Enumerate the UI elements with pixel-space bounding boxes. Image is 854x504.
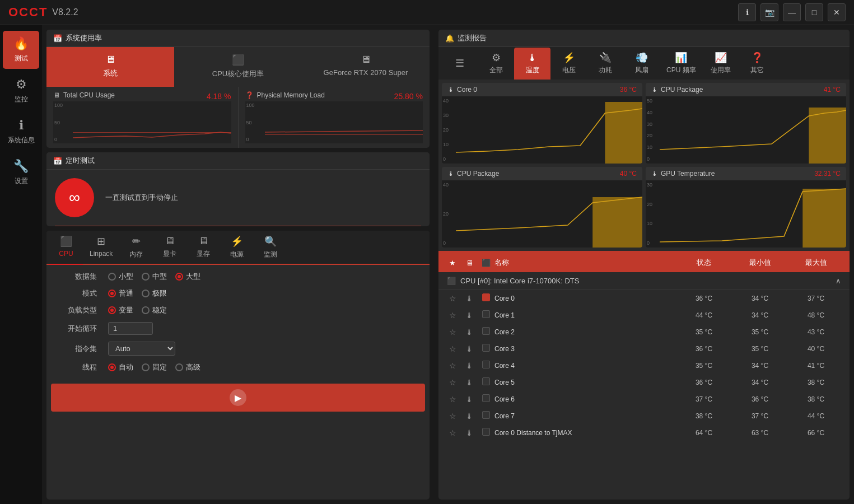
dataset-medium[interactable]: 中型: [142, 272, 167, 282]
tab-cpu[interactable]: ⬛ CPU: [49, 231, 83, 265]
monitor-icon-small: 🖥: [53, 91, 60, 99]
cell-star-8[interactable]: ☆: [444, 428, 461, 437]
load-type-label: 负载类型: [58, 305, 97, 315]
mode-row: 模式 普通 极限: [58, 288, 418, 298]
tab-all[interactable]: ⚙ 全部: [478, 47, 514, 80]
tab-gpu-render[interactable]: 🖥 显卡: [153, 231, 186, 264]
tab-gpu-mem[interactable]: 🖥 显存: [186, 231, 220, 264]
memory-value: 25.80 %: [394, 92, 423, 101]
group-header-label: CPU [#0]: Intel Core i7-10700K: DTS: [460, 277, 579, 285]
monitor-report-title: 监测报告: [458, 33, 487, 43]
tab-memory[interactable]: ✏ 内存: [119, 231, 153, 264]
cell-status-4: 35 °C: [676, 362, 732, 370]
cell-star-5[interactable]: ☆: [444, 378, 461, 387]
dataset-large-label: 大型: [186, 272, 200, 282]
close-button[interactable]: ✕: [828, 3, 846, 21]
table-row: ☆ 🌡 Core 0 36 °C 34 °C 37 °C: [438, 290, 850, 307]
load-variable[interactable]: 变量: [108, 305, 133, 315]
load-stable[interactable]: 稳定: [142, 305, 167, 315]
instruction-set-select[interactable]: Auto: [108, 342, 175, 356]
infinity-button[interactable]: ∞: [55, 178, 94, 217]
tab-temp[interactable]: 🌡 温度: [514, 48, 550, 80]
cell-max-0: 37 °C: [788, 295, 844, 302]
cell-star-3[interactable]: ☆: [444, 344, 461, 353]
threads-advanced-label: 高级: [186, 362, 200, 372]
cell-check-6[interactable]: [478, 394, 494, 404]
threads-fixed[interactable]: 固定: [142, 362, 167, 372]
table-row: ☆ 🌡 Core 1 44 °C 34 °C 48 °C: [438, 307, 850, 324]
dataset-large[interactable]: 大型: [175, 272, 200, 282]
nav-item-sysinfo[interactable]: ℹ 系统信息: [3, 113, 39, 151]
info-button[interactable]: ℹ: [738, 3, 756, 21]
dataset-small[interactable]: 小型: [108, 272, 133, 282]
play-bar[interactable]: ▶: [51, 384, 425, 412]
tab-system[interactable]: 🖥 系统: [46, 47, 174, 87]
gpu-icon: 🖥: [361, 54, 371, 66]
collapse-icon[interactable]: ∧: [836, 277, 841, 285]
monitor-report-header: 🔔 监测报告: [438, 30, 850, 47]
threads-advanced[interactable]: 高级: [175, 362, 200, 372]
chart-core0-header: 🌡 Core 0 36 °C: [442, 83, 642, 96]
cell-check-4[interactable]: [478, 361, 494, 370]
start-loop-label: 开始循环: [58, 324, 97, 334]
tab-cpu-cores[interactable]: ⬛ CPU核心使用率: [174, 47, 302, 87]
nav-item-settings[interactable]: 🔧 设置: [3, 153, 39, 192]
cell-name-1: Core 1: [494, 311, 676, 319]
tab-linpack[interactable]: ⊞ Linpack: [83, 231, 119, 264]
nav-item-test[interactable]: 🔥 测试: [3, 31, 39, 69]
chart-gpu-temp-area: 3020100: [646, 180, 846, 248]
camera-button[interactable]: 📷: [760, 3, 778, 21]
cell-min-6: 36 °C: [732, 395, 788, 403]
timer-description: 一直测试直到手动停止: [105, 193, 178, 203]
tab-gpu-label: GeForce RTX 2070 Super: [324, 68, 408, 77]
table-row: ☆ 🌡 Core 6 37 °C 36 °C 38 °C: [438, 391, 850, 408]
tab-other[interactable]: ❓ 其它: [739, 47, 776, 80]
threads-fixed-label: 固定: [152, 362, 167, 372]
cell-monitor-0: 🌡: [461, 294, 478, 303]
memory-chart: 100500: [245, 101, 423, 143]
timer-icon: 📅: [53, 157, 62, 165]
play-button[interactable]: ▶: [230, 389, 246, 406]
svg-rect-1: [809, 108, 846, 164]
cell-check-7[interactable]: [478, 411, 494, 421]
cell-name-2: Core 2: [494, 328, 676, 336]
tab-voltage[interactable]: ⚡ 电压: [550, 47, 587, 80]
cell-star-0[interactable]: ☆: [444, 294, 461, 303]
mode-normal[interactable]: 普通: [108, 288, 133, 298]
tab-power[interactable]: 🔌 功耗: [587, 47, 623, 80]
tab-monitor-test[interactable]: 🔍 监测: [254, 231, 287, 264]
cell-max-7: 44 °C: [788, 412, 844, 420]
tab-cpu-label: CPU: [59, 250, 73, 258]
cell-check-2[interactable]: [478, 327, 494, 337]
cell-star-1[interactable]: ☆: [444, 311, 461, 320]
info-icon: ℹ: [19, 118, 24, 133]
tab-usage[interactable]: 📈 使用率: [703, 47, 739, 80]
nav-item-monitor[interactable]: ⚙ 监控: [3, 72, 39, 110]
cell-check-3[interactable]: [478, 344, 494, 353]
cell-star-7[interactable]: ☆: [444, 412, 461, 421]
minimize-button[interactable]: —: [783, 3, 801, 21]
cell-star-2[interactable]: ☆: [444, 328, 461, 337]
tab-gpu[interactable]: 🖥 GeForce RTX 2070 Super: [302, 47, 430, 87]
maximize-button[interactable]: □: [805, 3, 823, 21]
header-monitor: 🖥: [461, 259, 478, 267]
tab-menu[interactable]: ☰: [441, 53, 478, 74]
system-usage-section: 📅 系统使用率 🖥 系统 ⬛ CPU核心使用率 🖥 GeForce: [46, 30, 430, 148]
mode-extreme[interactable]: 极限: [142, 288, 167, 298]
threads-auto[interactable]: 自动: [108, 362, 133, 372]
dataset-row: 数据集 小型 中型 大型: [58, 272, 418, 282]
cell-check-5[interactable]: [478, 377, 494, 387]
start-loop-input[interactable]: [108, 322, 153, 335]
tab-cpu-freq[interactable]: 📊 CPU 频率: [660, 47, 703, 80]
radio-normal-circle: [108, 290, 116, 297]
cell-check-1[interactable]: [478, 310, 494, 320]
tab-fan[interactable]: 💨 风扇: [623, 47, 660, 80]
cell-check-0[interactable]: [478, 293, 494, 303]
cell-star-4[interactable]: ☆: [444, 361, 461, 370]
tab-power[interactable]: ⚡ 电源: [220, 231, 254, 264]
cell-star-6[interactable]: ☆: [444, 395, 461, 404]
cell-max-5: 38 °C: [788, 379, 844, 386]
thermometer-icon-3: 🌡: [651, 170, 658, 178]
cell-check-8[interactable]: [478, 428, 494, 437]
cpu-cores-icon: ⬛: [232, 54, 244, 66]
